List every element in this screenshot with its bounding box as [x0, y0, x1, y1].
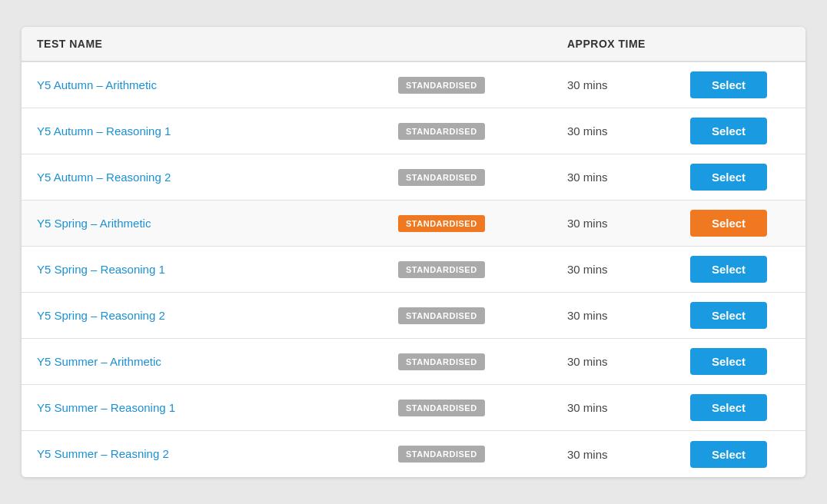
table-row: Y5 Autumn – Reasoning 2 STANDARDISED 30 … [22, 154, 805, 201]
select-button[interactable]: Select [690, 394, 767, 421]
test-name-link[interactable]: Y5 Summer – Reasoning 1 [37, 401, 175, 414]
table-row: Y5 Spring – Reasoning 2 STANDARDISED 30 … [22, 293, 805, 339]
time-cell: 30 mins [567, 78, 690, 91]
time-cell: 30 mins [567, 124, 690, 138]
select-cell: Select [690, 71, 790, 98]
select-button[interactable]: Select [690, 118, 767, 144]
select-button[interactable]: Select [690, 210, 767, 237]
table-row: Y5 Spring – Arithmetic STANDARDISED 30 m… [22, 201, 805, 247]
badge-cell: STANDARDISED [398, 307, 567, 324]
standardised-badge: STANDARDISED [398, 261, 485, 278]
standardised-badge: STANDARDISED [398, 215, 485, 232]
test-name-cell: Y5 Spring – Arithmetic [37, 217, 398, 230]
select-cell: Select [690, 348, 790, 375]
select-button[interactable]: Select [690, 256, 767, 283]
badge-cell: STANDARDISED [398, 123, 567, 140]
table-row: Y5 Autumn – Arithmetic STANDARDISED 30 m… [22, 62, 805, 108]
test-name-cell: Y5 Spring – Reasoning 2 [37, 309, 398, 323]
badge-cell: STANDARDISED [398, 353, 567, 370]
col-header-approx-time: APPROX TIME [567, 38, 690, 50]
badge-cell: STANDARDISED [398, 446, 567, 463]
time-cell: 30 mins [567, 217, 690, 230]
test-name-link[interactable]: Y5 Spring – Reasoning 2 [37, 309, 165, 322]
select-cell: Select [690, 164, 790, 191]
badge-cell: STANDARDISED [398, 77, 567, 94]
tests-table: TEST NAME APPROX TIME Y5 Autumn – Arithm… [22, 27, 805, 477]
select-cell: Select [690, 394, 790, 421]
standardised-badge: STANDARDISED [398, 169, 485, 186]
test-name-link[interactable]: Y5 Autumn – Reasoning 1 [37, 124, 171, 138]
time-cell: 30 mins [567, 355, 690, 368]
table-row: Y5 Summer – Reasning 2 STANDARDISED 30 m… [22, 431, 805, 477]
col-header-action [690, 38, 790, 50]
test-name-link[interactable]: Y5 Spring – Reasoning 1 [37, 263, 165, 276]
badge-cell: STANDARDISED [398, 169, 567, 186]
table-body: Y5 Autumn – Arithmetic STANDARDISED 30 m… [22, 62, 805, 477]
select-button[interactable]: Select [690, 348, 767, 375]
test-name-link[interactable]: Y5 Spring – Arithmetic [37, 217, 151, 230]
test-name-link[interactable]: Y5 Summer – Arithmetic [37, 355, 161, 368]
table-header: TEST NAME APPROX TIME [22, 27, 805, 62]
badge-cell: STANDARDISED [398, 215, 567, 232]
time-cell: 30 mins [567, 401, 690, 414]
select-cell: Select [690, 256, 790, 283]
table-row: Y5 Autumn – Reasoning 1 STANDARDISED 30 … [22, 108, 805, 154]
test-name-cell: Y5 Summer – Arithmetic [37, 355, 398, 369]
test-name-cell: Y5 Autumn – Reasoning 1 [37, 124, 398, 138]
table-row: Y5 Summer – Arithmetic STANDARDISED 30 m… [22, 339, 805, 385]
table-row: Y5 Spring – Reasoning 1 STANDARDISED 30 … [22, 247, 805, 293]
time-cell: 30 mins [567, 309, 690, 322]
test-name-link[interactable]: Y5 Summer – Reasning 2 [37, 447, 169, 460]
select-cell: Select [690, 210, 790, 237]
badge-cell: STANDARDISED [398, 261, 567, 278]
select-cell: Select [690, 118, 790, 144]
test-name-cell: Y5 Summer – Reasning 2 [37, 447, 398, 461]
time-cell: 30 mins [567, 171, 690, 184]
standardised-badge: STANDARDISED [398, 77, 485, 94]
select-button[interactable]: Select [690, 302, 767, 329]
standardised-badge: STANDARDISED [398, 123, 485, 140]
standardised-badge: STANDARDISED [398, 307, 485, 324]
test-name-cell: Y5 Summer – Reasoning 1 [37, 401, 398, 415]
standardised-badge: STANDARDISED [398, 353, 485, 370]
table-row: Y5 Summer – Reasoning 1 STANDARDISED 30 … [22, 385, 805, 431]
select-button[interactable]: Select [690, 441, 767, 468]
select-button[interactable]: Select [690, 164, 767, 191]
time-cell: 30 mins [567, 448, 690, 461]
test-name-cell: Y5 Spring – Reasoning 1 [37, 263, 398, 277]
test-name-cell: Y5 Autumn – Arithmetic [37, 78, 398, 92]
standardised-badge: STANDARDISED [398, 446, 485, 463]
col-header-test-name: TEST NAME [37, 38, 398, 50]
col-header-badge [398, 38, 567, 50]
test-name-link[interactable]: Y5 Autumn – Arithmetic [37, 78, 157, 91]
time-cell: 30 mins [567, 263, 690, 276]
select-cell: Select [690, 441, 790, 468]
badge-cell: STANDARDISED [398, 400, 567, 416]
test-name-link[interactable]: Y5 Autumn – Reasoning 2 [37, 171, 171, 184]
standardised-badge: STANDARDISED [398, 400, 485, 416]
select-button[interactable]: Select [690, 71, 767, 98]
select-cell: Select [690, 302, 790, 329]
test-name-cell: Y5 Autumn – Reasoning 2 [37, 171, 398, 184]
